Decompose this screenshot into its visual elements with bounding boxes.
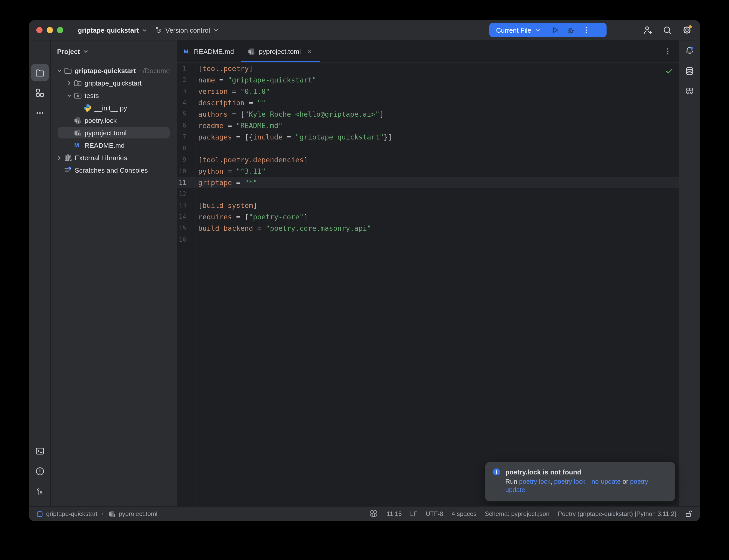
minimize-window-button[interactable] xyxy=(47,27,53,33)
code-line-13[interactable]: 13[build-system] xyxy=(177,200,679,211)
version-control-label: Version control xyxy=(165,26,210,34)
code-line-5[interactable]: 5authors = ["Kyle Roche <hello@griptape.… xyxy=(177,108,679,120)
status-item[interactable]: LF xyxy=(410,510,418,517)
folder-src-icon xyxy=(73,91,82,100)
notification-title: poetry.lock is not found xyxy=(505,468,581,476)
tree-item-griptape-quickstart[interactable]: griptape_quickstart xyxy=(51,77,177,89)
project-icon[interactable] xyxy=(31,64,48,81)
chevron-down-icon[interactable] xyxy=(65,91,73,100)
ai-icon[interactable] xyxy=(681,82,698,100)
tree-item-scratches-and-consoles[interactable]: Scratches and Consoles xyxy=(51,164,177,176)
code-line-4[interactable]: 4description = "" xyxy=(177,97,679,108)
chevron-down-icon[interactable] xyxy=(55,66,63,75)
status-item[interactable]: UTF-8 xyxy=(426,510,443,517)
tree-item-external-libraries[interactable]: External Libraries xyxy=(51,151,177,164)
more-icon[interactable] xyxy=(31,104,48,122)
line-number: 16 xyxy=(177,236,196,243)
editor-area: M↓README.md[T]pyproject.toml 1[tool.poet… xyxy=(177,40,679,506)
tab-readme-md[interactable]: M↓README.md xyxy=(177,40,241,62)
terminal-icon[interactable] xyxy=(31,442,48,460)
divider xyxy=(545,26,545,34)
run-more-button[interactable] xyxy=(579,23,594,37)
active-tab-indicator xyxy=(241,61,319,62)
line-number: 8 xyxy=(177,145,196,152)
code-line-2[interactable]: 2name = "griptape-quickstart" xyxy=(177,74,679,86)
code-editor[interactable]: 1[tool.poetry]2name = "griptape-quicksta… xyxy=(177,63,679,506)
debug-button[interactable] xyxy=(563,23,579,37)
notification-link[interactable]: poetry lock --no-update xyxy=(554,478,621,485)
version-control-menu[interactable]: Version control xyxy=(155,26,219,34)
project-panel-header[interactable]: Project xyxy=(51,40,177,62)
problems-icon[interactable] xyxy=(31,463,48,480)
scratches-icon xyxy=(63,166,72,174)
title-bar: griptape-quickstart Version control Curr… xyxy=(29,20,700,40)
breadcrumb-separator: › xyxy=(100,510,105,517)
branch-icon[interactable] xyxy=(31,483,48,500)
code-line-12[interactable]: 12 xyxy=(177,188,679,200)
code-line-10[interactable]: 10python = "^3.11" xyxy=(177,165,679,177)
code-line-9[interactable]: 9[tool.poetry.dependencies] xyxy=(177,154,679,165)
tree-item-griptape-quickstart[interactable]: griptape-quickstart~/Docume xyxy=(51,64,177,77)
run-button[interactable] xyxy=(547,23,563,37)
code-text: name = "griptape-quickstart" xyxy=(196,76,316,84)
line-number: 10 xyxy=(177,167,196,175)
left-tool-stripe xyxy=(29,40,51,506)
line-number: 7 xyxy=(177,133,196,141)
add-user-icon[interactable] xyxy=(642,24,653,36)
code-line-6[interactable]: 6readme = "README.md" xyxy=(177,120,679,131)
code-line-11[interactable]: 11griptape = "*" xyxy=(177,177,679,188)
project-menu[interactable]: griptape-quickstart xyxy=(78,26,147,34)
code-text: version = "0.1.0" xyxy=(196,87,270,95)
search-icon[interactable] xyxy=(662,24,673,36)
notification-body: Run poetry lock, poetry lock --no-update… xyxy=(505,478,661,494)
toml-icon: [T] xyxy=(247,47,255,55)
structure-icon[interactable] xyxy=(31,84,48,102)
notification-link[interactable]: poetry lock xyxy=(519,478,551,485)
editor-options-kebab-icon[interactable] xyxy=(664,47,672,55)
gear-icon[interactable] xyxy=(681,24,693,36)
code-line-16[interactable]: 16 xyxy=(177,234,679,245)
tree-item-pyproject-toml[interactable]: [T]pyproject.toml xyxy=(51,127,177,139)
tree-item-label: __init__.py xyxy=(94,104,127,112)
code-line-8[interactable]: 8 xyxy=(177,143,679,154)
run-config-selector[interactable]: Current File xyxy=(489,26,535,34)
code-line-7[interactable]: 7packages = [{include = "griptape_quicks… xyxy=(177,131,679,143)
python-icon xyxy=(83,103,92,112)
tree-item-label: Scratches and Consoles xyxy=(75,166,148,174)
line-number: 1 xyxy=(177,65,196,72)
status-bar: griptape-quickstart›[T]pyproject.toml 11… xyxy=(29,506,700,521)
bell-icon[interactable] xyxy=(681,42,698,60)
tree-item-poetry-lock[interactable]: [T]poetry.lock xyxy=(51,114,177,127)
status-item[interactable]: Poetry (griptape-quickstart) [Python 3.1… xyxy=(558,510,676,517)
code-line-15[interactable]: 15build-backend = "poetry.core.masonry.a… xyxy=(177,222,679,234)
tree-item-tests[interactable]: tests xyxy=(51,89,177,102)
database-icon[interactable] xyxy=(681,62,698,80)
branch-icon xyxy=(155,26,162,34)
breadcrumb-item[interactable]: pyproject.toml xyxy=(119,510,157,517)
code-line-1[interactable]: 1[tool.poetry] xyxy=(177,63,679,74)
close-icon[interactable] xyxy=(306,48,313,55)
svg-text:[T]: [T] xyxy=(110,513,115,517)
tree-item-label: README.md xyxy=(85,141,125,149)
chevron-right-icon[interactable] xyxy=(55,153,63,162)
chevron-down-icon[interactable] xyxy=(535,27,541,33)
status-item[interactable]: 11:15 xyxy=(387,510,402,517)
tree-item-label: tests xyxy=(85,92,99,99)
ai-status-icon[interactable] xyxy=(369,509,378,519)
status-item[interactable]: 4 spaces xyxy=(452,510,477,517)
tab-pyproject-toml[interactable]: [T]pyproject.toml xyxy=(241,40,319,62)
tree-item--init-py[interactable]: __init__.py xyxy=(51,102,177,114)
library-icon xyxy=(63,153,72,162)
zoom-window-button[interactable] xyxy=(57,27,63,33)
code-line-14[interactable]: 14requires = ["poetry-core"] xyxy=(177,211,679,222)
inspections-ok-icon[interactable] xyxy=(665,67,674,75)
unlock-status-icon[interactable] xyxy=(684,510,693,518)
breadcrumb-item[interactable]: griptape-quickstart xyxy=(46,510,97,517)
code-line-3[interactable]: 3version = "0.1.0" xyxy=(177,86,679,97)
status-item[interactable]: Schema: pyproject.json xyxy=(485,510,550,517)
line-number: 6 xyxy=(177,122,196,129)
tree-item-readme-md[interactable]: M↓README.md xyxy=(51,139,177,151)
close-window-button[interactable] xyxy=(36,27,43,33)
folder-src-icon xyxy=(73,79,82,87)
chevron-right-icon[interactable] xyxy=(65,79,73,87)
